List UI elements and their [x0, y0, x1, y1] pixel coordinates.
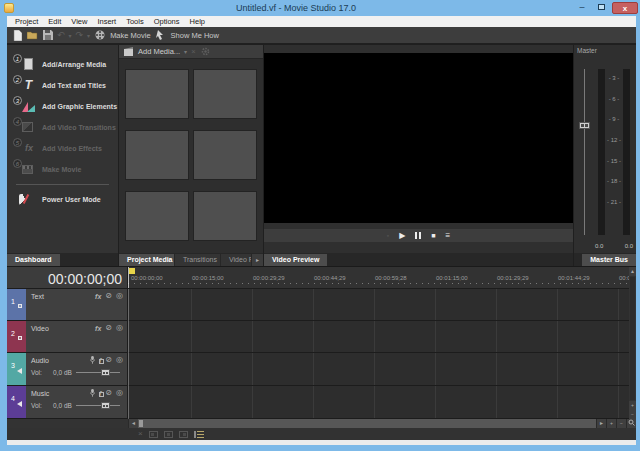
track-header-audio[interactable]: 3 Audio f ⊘ — [7, 353, 127, 385]
horizontal-scroll-track[interactable] — [138, 419, 596, 428]
make-movie-button[interactable]: Make Movie — [110, 31, 150, 40]
menu-help[interactable]: Help — [185, 17, 210, 26]
volume-slider-handle[interactable] — [101, 369, 110, 376]
maximize-icon — [598, 4, 605, 10]
microphone-icon[interactable] — [90, 356, 95, 364]
timeline-marker-flag[interactable] — [129, 268, 135, 274]
tab-video-preview[interactable]: Video Preview — [264, 254, 327, 266]
track-header-music[interactable]: 4 Music f ⊘ — [7, 386, 127, 418]
media-properties-gear-icon[interactable] — [200, 46, 211, 57]
volume-slider-handle[interactable] — [101, 402, 110, 409]
track-lane-video[interactable] — [128, 321, 629, 352]
dashboard-item-add-text[interactable]: 2 T Add Text and Titles — [7, 75, 118, 96]
volume-slider[interactable] — [76, 405, 120, 406]
timeline-zoom-out-icon[interactable]: − — [616, 419, 626, 428]
stop-button[interactable]: ■ — [431, 232, 435, 239]
mute-icon[interactable]: ⊘ — [105, 389, 112, 397]
media-thumbnail[interactable] — [193, 69, 257, 119]
add-media-button[interactable]: Add Media... — [138, 47, 180, 56]
solo-icon[interactable]: ◎ — [116, 389, 123, 397]
pause-button[interactable] — [415, 232, 421, 239]
dashboard-item-power-user-mode[interactable]: Power User Mode — [7, 189, 118, 210]
vertical-scroll-track[interactable] — [630, 277, 635, 400]
track-fx-icon[interactable]: f — [99, 390, 101, 397]
track-lane-text[interactable] — [128, 289, 629, 320]
delete-icon[interactable]: × — [138, 429, 143, 439]
tab-master-bus[interactable]: Master Bus — [582, 254, 636, 266]
track-header-video[interactable]: 2 Video fx ⊘ ◎ — [7, 321, 127, 352]
trim-start-icon[interactable] — [149, 431, 158, 438]
media-thumbnail[interactable] — [125, 69, 189, 119]
track-lane-music[interactable] — [128, 386, 629, 418]
master-fader-handle[interactable] — [579, 122, 590, 129]
microphone-icon[interactable] — [90, 389, 95, 397]
make-movie-step-icon: 6 — [16, 162, 35, 177]
show-me-how-button[interactable]: Show Me How — [171, 31, 219, 40]
tab-transitions[interactable]: Transitions — [175, 254, 220, 266]
redo-caret-icon[interactable]: ▾ — [87, 32, 90, 39]
solo-icon[interactable]: ◎ — [116, 292, 123, 300]
scroll-up-icon[interactable]: ▲ — [629, 267, 636, 276]
titlebar[interactable]: Untitled.vf - Movie Studio 17.0 – x — [0, 0, 640, 16]
dashboard-item-add-media[interactable]: 1 Add/Arrange Media — [7, 54, 118, 75]
minimize-button[interactable]: – — [574, 2, 590, 14]
mute-icon[interactable]: ⊘ — [105, 324, 112, 332]
media-thumbnail[interactable] — [193, 191, 257, 241]
playhead-cursor[interactable] — [128, 267, 129, 288]
track-header-text[interactable]: 1 Text fx ⊘ ◎ — [7, 289, 127, 320]
track-fx-icon[interactable]: fx — [95, 325, 101, 332]
maximize-button[interactable] — [593, 2, 609, 14]
event-properties-icon[interactable] — [194, 430, 204, 438]
tab-video-fx[interactable]: Video F — [221, 254, 251, 266]
track-height-zoom-out-icon[interactable]: − — [629, 410, 636, 419]
add-media-caret-icon[interactable]: ▾ — [184, 48, 187, 55]
dashboard-item-make-movie[interactable]: 6 Make Movie — [7, 159, 118, 180]
mute-icon[interactable]: ⊘ — [105, 356, 112, 364]
media-thumbnail[interactable] — [125, 130, 189, 180]
redo-icon[interactable]: ↷ — [76, 30, 84, 41]
timeline-ruler[interactable]: 00:00:00;00 00:00:15;00 00:00:29;29 00:0… — [128, 267, 629, 289]
track-height-zoom-in-icon[interactable]: + — [629, 401, 636, 410]
menu-edit[interactable]: Edit — [43, 17, 66, 26]
transport-menu-icon[interactable]: ≡ — [446, 231, 451, 240]
scroll-right-icon[interactable]: ► — [596, 419, 606, 428]
dashboard-item-add-graphics[interactable]: 3 Add Graphic Elements — [7, 96, 118, 117]
scroll-left-icon[interactable]: ◄ — [128, 419, 138, 428]
menu-insert[interactable]: Insert — [92, 17, 121, 26]
menu-options[interactable]: Options — [149, 17, 185, 26]
menu-view[interactable]: View — [66, 17, 92, 26]
play-button[interactable]: ▶ — [399, 231, 405, 240]
close-button[interactable]: x — [612, 2, 638, 14]
trim-end-icon[interactable] — [179, 431, 188, 438]
tab-scroll-next-icon[interactable]: ▸ — [252, 254, 263, 266]
open-project-icon[interactable] — [27, 30, 38, 41]
zoom-tool-magnifier-icon[interactable] — [626, 419, 636, 428]
volume-slider[interactable] — [76, 372, 120, 373]
media-thumbnail[interactable] — [125, 191, 189, 241]
solo-icon[interactable]: ◎ — [116, 324, 123, 332]
undo-icon[interactable]: ↶ — [57, 30, 65, 41]
video-preview-panel: ◦ ▶ ■ ≡ Video Preview — [264, 45, 573, 266]
split-event-icon[interactable] — [164, 431, 173, 438]
add-media-step-icon: 1 — [16, 57, 35, 72]
track-fx-icon[interactable]: fx — [95, 293, 101, 300]
track-lane-audio[interactable] — [128, 353, 629, 385]
dashboard-item-add-effects[interactable]: 5 fx Add Video Effects — [7, 138, 118, 159]
new-project-icon[interactable] — [12, 30, 23, 41]
mute-icon[interactable]: ⊘ — [105, 292, 112, 300]
tab-project-media[interactable]: Project Media — [119, 254, 174, 266]
media-thumbnail[interactable] — [193, 130, 257, 180]
undo-caret-icon[interactable]: ▾ — [69, 32, 72, 39]
horizontal-scroll-thumb[interactable] — [139, 420, 143, 427]
track-fx-icon[interactable]: f — [99, 357, 101, 364]
save-project-icon[interactable] — [42, 30, 53, 41]
record-icon[interactable]: ◦ — [387, 232, 389, 239]
menu-project[interactable]: Project — [10, 17, 43, 26]
menu-tools[interactable]: Tools — [121, 17, 149, 26]
timeline-zoom-in-icon[interactable]: + — [606, 419, 616, 428]
solo-icon[interactable]: ◎ — [116, 356, 123, 364]
tab-dashboard[interactable]: Dashboard — [7, 254, 60, 266]
remove-media-icon[interactable]: × — [191, 47, 195, 56]
timecode-display[interactable]: 00:00:00;00 — [7, 267, 127, 289]
dashboard-item-add-transitions[interactable]: 4 Add Video Transitions — [7, 117, 118, 138]
